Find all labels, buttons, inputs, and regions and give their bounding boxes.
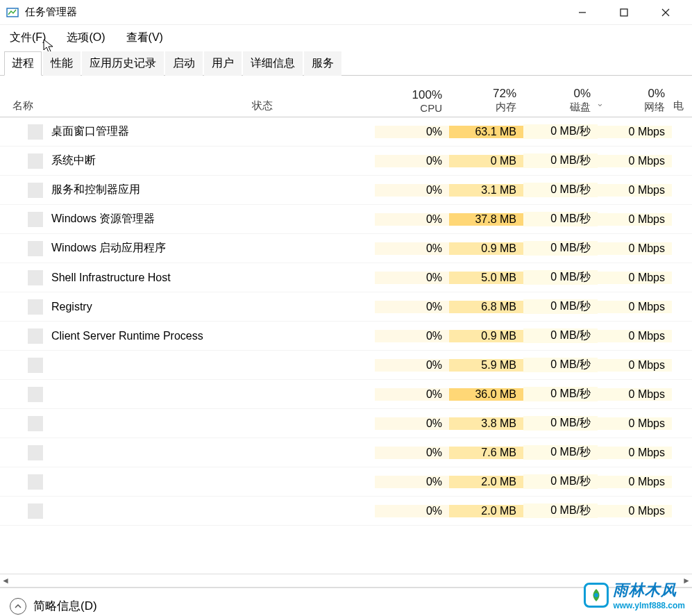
- process-disk: 0 MB/秒: [523, 416, 598, 431]
- process-memory: 37.8 MB: [449, 213, 523, 226]
- scroll-left-icon[interactable]: ◄: [1, 576, 10, 585]
- menubar: 文件(F) 选项(O) 查看(V): [0, 25, 692, 49]
- table-row[interactable]: Shell Infrastructure Host0%5.0 MB0 MB/秒0…: [0, 263, 692, 292]
- process-name-cell: Registry: [0, 299, 246, 315]
- process-cpu: 0%: [375, 301, 449, 313]
- header-name[interactable]: 名称: [0, 99, 246, 117]
- table-row[interactable]: Windows 启动应用程序0%0.9 MB0 MB/秒0 Mbps: [0, 234, 692, 263]
- process-icon: [28, 358, 43, 373]
- table-row[interactable]: Registry0%6.8 MB0 MB/秒0 Mbps: [0, 292, 692, 322]
- table-row[interactable]: 0%7.6 MB0 MB/秒0 Mbps: [0, 438, 692, 467]
- process-memory: 6.8 MB: [449, 301, 523, 313]
- header-disk[interactable]: 0% 磁盘: [523, 87, 598, 117]
- process-name: Windows 启动应用程序: [51, 241, 166, 256]
- tab-services[interactable]: 服务: [304, 51, 341, 76]
- table-row[interactable]: 桌面窗口管理器0%63.1 MB0 MB/秒0 Mbps: [0, 117, 692, 147]
- table-row[interactable]: Windows 资源管理器0%37.8 MB0 MB/秒0 Mbps: [0, 205, 692, 234]
- close-button[interactable]: [645, 0, 686, 25]
- table-row[interactable]: 0%2.0 MB0 MB/秒0 Mbps: [0, 497, 692, 526]
- process-network: 0 Mbps: [598, 417, 672, 430]
- process-network: 0 Mbps: [598, 155, 672, 167]
- process-memory: 0.9 MB: [449, 242, 523, 255]
- process-icon: [28, 387, 43, 402]
- process-memory: 5.0 MB: [449, 272, 523, 284]
- header-status[interactable]: 状态: [246, 99, 375, 117]
- watermark-url: www.ylmf888.com: [613, 601, 685, 610]
- process-cpu: 0%: [375, 417, 449, 430]
- process-memory: 3.8 MB: [449, 417, 523, 430]
- process-rows[interactable]: 桌面窗口管理器0%63.1 MB0 MB/秒0 Mbps系统中断0%0 MB0 …: [0, 117, 692, 574]
- process-disk: 0 MB/秒: [523, 124, 598, 139]
- process-memory: 0 MB: [449, 155, 523, 167]
- process-icon: [28, 183, 43, 198]
- menu-options[interactable]: 选项(O): [62, 28, 109, 48]
- header-cpu[interactable]: 100% CPU: [375, 88, 449, 117]
- table-row[interactable]: Client Server Runtime Process0%0.9 MB0 M…: [0, 322, 692, 351]
- table-row[interactable]: 0%3.8 MB0 MB/秒0 Mbps: [0, 409, 692, 438]
- process-cpu: 0%: [375, 155, 449, 167]
- tab-users[interactable]: 用户: [204, 51, 242, 76]
- header-cpu-pct: 100%: [375, 88, 442, 102]
- process-disk: 0 MB/秒: [523, 474, 598, 489]
- process-disk: 0 MB/秒: [523, 183, 598, 197]
- chevron-up-icon[interactable]: [10, 598, 26, 615]
- header-edge: 电: [672, 99, 679, 117]
- menu-view[interactable]: 查看(V): [122, 28, 167, 48]
- process-memory: 36.0 MB: [449, 388, 523, 401]
- process-disk: 0 MB/秒: [523, 387, 598, 401]
- process-memory: 0.9 MB: [449, 330, 523, 342]
- tab-bar: 进程 性能 应用历史记录 启动 用户 详细信息 服务: [0, 51, 692, 76]
- menu-file[interactable]: 文件(F): [6, 28, 50, 48]
- header-memory[interactable]: 72% 内存: [449, 87, 523, 117]
- process-cpu: 0%: [375, 242, 449, 255]
- header-disk-pct: 0%: [523, 87, 591, 101]
- process-network: 0 Mbps: [598, 213, 672, 226]
- header-cpu-label: CPU: [375, 102, 442, 114]
- process-icon: [28, 328, 43, 344]
- process-cpu: 0%: [375, 330, 449, 342]
- process-disk: 0 MB/秒: [523, 212, 598, 226]
- process-cpu: 0%: [375, 184, 449, 197]
- process-disk: 0 MB/秒: [523, 299, 598, 314]
- process-disk: 0 MB/秒: [523, 153, 598, 168]
- process-network: 0 Mbps: [598, 330, 672, 342]
- tab-details[interactable]: 详细信息: [243, 51, 303, 76]
- process-name: 桌面窗口管理器: [51, 124, 129, 139]
- process-name: Client Server Runtime Process: [51, 330, 203, 342]
- process-name-cell: 桌面窗口管理器: [0, 124, 246, 140]
- fewer-details-button[interactable]: 简略信息(D): [33, 598, 97, 614]
- table-row[interactable]: 系统中断0%0 MB0 MB/秒0 Mbps: [0, 147, 692, 176]
- process-disk: 0 MB/秒: [523, 328, 598, 343]
- minimize-button[interactable]: [562, 0, 603, 25]
- tab-processes[interactable]: 进程: [4, 51, 42, 76]
- process-icon: [28, 124, 43, 140]
- process-network: 0 Mbps: [598, 447, 672, 459]
- watermark-text: 雨林木风: [613, 580, 685, 601]
- header-net-pct: 0%: [598, 87, 665, 101]
- table-row[interactable]: 0%36.0 MB0 MB/秒0 Mbps: [0, 380, 692, 409]
- header-net-label: 网络: [598, 101, 665, 114]
- app-icon: [6, 6, 19, 19]
- maximize-button[interactable]: [603, 0, 645, 25]
- process-icon: [28, 503, 43, 519]
- header-mem-pct: 72%: [449, 87, 516, 101]
- process-network: 0 Mbps: [598, 476, 672, 488]
- process-network: 0 Mbps: [598, 272, 672, 284]
- process-name-cell: Windows 资源管理器: [0, 212, 246, 227]
- process-disk: 0 MB/秒: [523, 270, 598, 285]
- tab-startup[interactable]: 启动: [165, 51, 203, 76]
- process-name-cell: [0, 387, 246, 402]
- table-row[interactable]: 0%5.9 MB0 MB/秒0 Mbps: [0, 351, 692, 380]
- process-cpu: 0%: [375, 447, 449, 459]
- process-network: 0 Mbps: [598, 388, 672, 401]
- table-row[interactable]: 0%2.0 MB0 MB/秒0 Mbps: [0, 467, 692, 497]
- header-network[interactable]: ⌄ 0% 网络: [598, 87, 672, 117]
- process-memory: 3.1 MB: [449, 184, 523, 197]
- table-row[interactable]: 服务和控制器应用0%3.1 MB0 MB/秒0 Mbps: [0, 176, 692, 205]
- process-memory: 2.0 MB: [449, 476, 523, 488]
- tab-app-history[interactable]: 应用历史记录: [82, 51, 164, 76]
- process-icon: [28, 153, 43, 169]
- tab-performance[interactable]: 性能: [43, 51, 81, 76]
- process-name-cell: Shell Infrastructure Host: [0, 270, 246, 285]
- process-network: 0 Mbps: [598, 242, 672, 255]
